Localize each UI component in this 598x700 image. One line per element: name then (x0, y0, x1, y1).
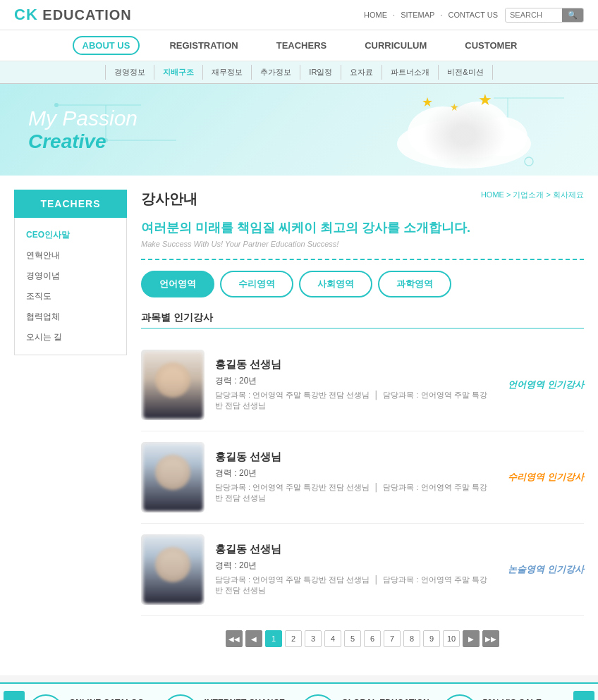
teacher-career-1: 경력 : 20년 (215, 375, 489, 387)
intro-section: 여러분의 미래를 책임질 씨케이 최고의 강사를 소개합니다. Make Suc… (141, 219, 584, 260)
content-area: TEACHERS CEO인사말 연혁안내 경영이념 조직도 협력업체 오시는 길… (0, 176, 598, 675)
page-5[interactable]: 5 (344, 630, 361, 647)
sidebar-item-partner[interactable]: 협력업체 (15, 307, 126, 327)
cat-btn-math[interactable]: 수리영역 (220, 271, 293, 297)
search-input[interactable] (506, 8, 562, 21)
sidebar-item-management[interactable]: 경영이념 (15, 266, 126, 286)
table-row: 홍길동 선생님 경력 : 20년 담당과목 : 언어영역 주말 특강반 전담 선… (141, 524, 584, 616)
cat-btn-language[interactable]: 언어영역 (141, 271, 214, 297)
student-figure (422, 102, 506, 168)
teacher-list: 홍길동 선생님 경력 : 20년 담당과목 : 언어영역 주말 특강반 전담 선… (141, 339, 584, 616)
nav-customer[interactable]: CUSTOMER (456, 37, 525, 54)
cat-btn-science[interactable]: 과학영역 (378, 271, 451, 297)
footer-bottom-bar: ❮ 📋 ONLINE CATALOG 온라인 신규회원 특별이벤트 💳 INTE… (0, 682, 598, 700)
teacher-name-1: 홍길동 선생님 (215, 358, 489, 372)
hero-text: My Passion Creative (28, 106, 138, 153)
page-next[interactable]: ▶ (463, 630, 480, 647)
page-4[interactable]: 4 (324, 630, 341, 647)
footer-global-education-text: GLOBAL EDUCATION 글로벌 인재육성 교환프로그램 (341, 698, 434, 701)
page-8[interactable]: 8 (403, 630, 420, 647)
page-1[interactable]: 1 (265, 630, 282, 647)
sidebar-item-location[interactable]: 오시는 길 (15, 327, 126, 348)
hero-banner: My Passion Creative ★ ★ ★ (0, 84, 598, 176)
main-content: 강사안내 HOME > 기업소개 > 회사제요 여러분의 미래를 책임질 씨케이… (141, 190, 584, 661)
page-6[interactable]: 6 (364, 630, 381, 647)
sidebar: TEACHERS CEO인사말 연혁안내 경영이념 조직도 협력업체 오시는 길 (14, 190, 127, 661)
nav-about-us[interactable]: ABOUT US (73, 36, 140, 55)
page-last[interactable]: ▶▶ (482, 630, 499, 647)
search-button[interactable]: 🔍 (562, 8, 583, 22)
sidebar-item-org[interactable]: 조직도 (15, 286, 126, 307)
hero-image: ★ ★ ★ (386, 91, 542, 168)
intro-sub-text: Make Success With Us! Your Partner Educa… (141, 240, 584, 248)
breadcrumb-text: HOME > 기업소개 > 회사제요 (481, 190, 584, 199)
page-title: 강사안내 (141, 190, 197, 209)
header-link-contact[interactable]: CONTACT US (448, 11, 499, 19)
star1: ★ (422, 94, 433, 110)
sub-nav-governance[interactable]: 지배구조 (154, 65, 203, 80)
internet-chance-icon: 💳 (163, 694, 198, 700)
footer-next-arrow[interactable]: ❯ (573, 691, 594, 700)
teacher-info-1: 홍길동 선생님 경력 : 20년 담당과목 : 언어영역 주말 특강반 전담 선… (215, 358, 489, 412)
sidebar-menu: CEO인사말 연혁안내 경영이념 조직도 협력업체 오시는 길 (14, 218, 127, 355)
hero-creative: Creative (28, 130, 138, 153)
footer-items: 📋 ONLINE CATALOG 온라인 신규회원 특별이벤트 💳 INTERN… (25, 691, 573, 700)
sidebar-title: TEACHERS (14, 190, 127, 218)
teacher-subject1-3: 담당과목 : 언어영역 주말 특강반 전담 선생님 │ 담당과목 : 언어영역 … (215, 575, 489, 596)
nav-registration[interactable]: REGISTRATION (161, 37, 246, 54)
sub-nav-finance[interactable]: 재무정보 (203, 65, 252, 80)
teacher-photo-1 (141, 350, 205, 420)
sub-nav-vision[interactable]: 비전&미션 (439, 65, 492, 80)
teacher-subject1-2: 담당과목 : 언어영역 주말 특강반 전담 선생님 │ 담당과목 : 언어영역 … (215, 482, 489, 503)
page-header: 강사안내 HOME > 기업소개 > 회사제요 (141, 190, 584, 209)
nav-teachers[interactable]: TEACHERS (268, 37, 336, 54)
teacher-career-2: 경력 : 20년 (215, 467, 489, 479)
nav-curriculum[interactable]: CURRICULUM (356, 37, 435, 54)
global-education-icon: 🏫 (300, 694, 336, 700)
header-link-sitemap[interactable]: SITEMAP (401, 11, 434, 19)
page-10[interactable]: 10 (443, 630, 460, 647)
header-link-home[interactable]: HOME (364, 11, 387, 19)
page-3[interactable]: 3 (305, 630, 322, 647)
main-nav: ABOUT US REGISTRATION TEACHERS CURRICULU… (0, 30, 598, 61)
footer-internet-chance-text: INTERNET CHANCE 지금 학습지 신청시 특별혜택 (204, 698, 293, 701)
logo-education: EDUCATION (38, 7, 132, 23)
sub-nav-business-info[interactable]: 경영정보 (105, 65, 154, 80)
sidebar-item-history[interactable]: 연혁안내 (15, 245, 126, 266)
footer-internet-chance-title: INTERNET CHANCE (204, 698, 293, 701)
footer-online-catalog-text: ONLINE CATALOG 온라인 신규회원 특별이벤트 (69, 698, 156, 701)
list-item: 🏷 50% VIG SALE 온라인 신규회원 특별이벤트 (439, 691, 573, 700)
teacher-name-3: 홍길동 선생님 (215, 543, 489, 556)
sidebar-item-ceo[interactable]: CEO인사말 (15, 225, 126, 245)
cat-btn-social[interactable]: 사회영역 (299, 271, 372, 297)
page-7[interactable]: 7 (384, 630, 401, 647)
footer-global-education-title: GLOBAL EDUCATION (341, 698, 434, 701)
teacher-subject1-1: 담당과목 : 언어영역 주말 특강반 전담 선생님 │ 담당과목 : 언어영역 … (215, 390, 489, 411)
sub-nav-additional[interactable]: 추가정보 (252, 65, 300, 80)
teacher-info-3: 홍길동 선생님 경력 : 20년 담당과목 : 언어영역 주말 특강반 전담 선… (215, 543, 489, 597)
logo: CK EDUCATION (14, 6, 132, 24)
breadcrumb: HOME > 기업소개 > 회사제요 (481, 190, 584, 200)
table-row: 홍길동 선생님 경력 : 20년 담당과목 : 언어영역 주말 특강반 전담 선… (141, 339, 584, 431)
search-box: 🔍 (505, 8, 584, 23)
footer-sale-text: 50% VIG SALE 온라인 신규회원 특별이벤트 (483, 698, 570, 701)
sub-nav-partner[interactable]: 파트너소개 (382, 65, 439, 80)
teacher-badge-1: 언어영역 인기강사 (499, 379, 584, 391)
teacher-info-2: 홍길동 선생님 경력 : 20년 담당과목 : 언어영역 주말 특강반 전담 선… (215, 450, 489, 505)
sub-nav-ir[interactable]: IR일정 (300, 65, 341, 80)
page-2[interactable]: 2 (285, 630, 302, 647)
list-item: 🏫 GLOBAL EDUCATION 글로벌 인재육성 교환프로그램 (297, 691, 438, 700)
sub-nav-data[interactable]: 요자료 (341, 65, 382, 80)
online-catalog-icon: 📋 (28, 694, 63, 700)
intro-main-text: 여러분의 미래를 책임질 씨케이 최고의 강사를 소개합니다. (141, 219, 584, 236)
page-9[interactable]: 9 (423, 630, 440, 647)
page-prev[interactable]: ◀ (245, 630, 262, 647)
page-first[interactable]: ◀◀ (226, 630, 243, 647)
header-right: HOME · SITEMAP · CONTACT US 🔍 (364, 8, 584, 23)
teacher-badge-3: 논술영역 인기강사 (499, 563, 584, 576)
list-item: 📋 ONLINE CATALOG 온라인 신규회원 특별이벤트 (25, 691, 159, 700)
teacher-name-2: 홍길동 선생님 (215, 450, 489, 464)
footer-prev-arrow[interactable]: ❮ (4, 691, 25, 700)
hero-passion: My Passion (28, 106, 138, 130)
footer-sale-title: 50% VIG SALE (483, 698, 570, 701)
